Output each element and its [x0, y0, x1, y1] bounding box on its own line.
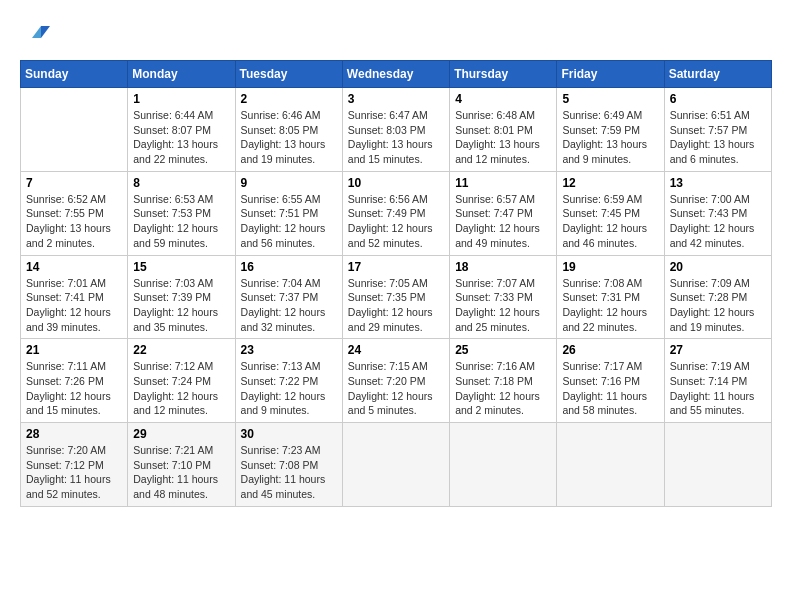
- day-info: Sunrise: 7:19 AMSunset: 7:14 PMDaylight:…: [670, 359, 766, 418]
- calendar-cell: 27Sunrise: 7:19 AMSunset: 7:14 PMDayligh…: [664, 339, 771, 423]
- day-number: 15: [133, 260, 229, 274]
- day-info: Sunrise: 6:44 AMSunset: 8:07 PMDaylight:…: [133, 108, 229, 167]
- day-number: 30: [241, 427, 337, 441]
- day-info: Sunrise: 7:04 AMSunset: 7:37 PMDaylight:…: [241, 276, 337, 335]
- calendar-cell: 19Sunrise: 7:08 AMSunset: 7:31 PMDayligh…: [557, 255, 664, 339]
- day-number: 2: [241, 92, 337, 106]
- calendar-week-row: 1Sunrise: 6:44 AMSunset: 8:07 PMDaylight…: [21, 88, 772, 172]
- day-number: 26: [562, 343, 658, 357]
- calendar-cell: [557, 423, 664, 507]
- day-number: 21: [26, 343, 122, 357]
- day-number: 13: [670, 176, 766, 190]
- calendar-cell: 5Sunrise: 6:49 AMSunset: 7:59 PMDaylight…: [557, 88, 664, 172]
- day-of-week-header: Tuesday: [235, 61, 342, 88]
- day-info: Sunrise: 6:55 AMSunset: 7:51 PMDaylight:…: [241, 192, 337, 251]
- day-info: Sunrise: 7:15 AMSunset: 7:20 PMDaylight:…: [348, 359, 444, 418]
- day-number: 9: [241, 176, 337, 190]
- day-info: Sunrise: 7:17 AMSunset: 7:16 PMDaylight:…: [562, 359, 658, 418]
- day-number: 18: [455, 260, 551, 274]
- day-number: 7: [26, 176, 122, 190]
- day-number: 16: [241, 260, 337, 274]
- svg-marker-0: [41, 26, 50, 38]
- calendar-week-row: 28Sunrise: 7:20 AMSunset: 7:12 PMDayligh…: [21, 423, 772, 507]
- calendar-cell: [450, 423, 557, 507]
- calendar-cell: 14Sunrise: 7:01 AMSunset: 7:41 PMDayligh…: [21, 255, 128, 339]
- day-info: Sunrise: 6:46 AMSunset: 8:05 PMDaylight:…: [241, 108, 337, 167]
- day-number: 3: [348, 92, 444, 106]
- day-info: Sunrise: 7:07 AMSunset: 7:33 PMDaylight:…: [455, 276, 551, 335]
- day-info: Sunrise: 7:12 AMSunset: 7:24 PMDaylight:…: [133, 359, 229, 418]
- day-info: Sunrise: 7:11 AMSunset: 7:26 PMDaylight:…: [26, 359, 122, 418]
- calendar-cell: 13Sunrise: 7:00 AMSunset: 7:43 PMDayligh…: [664, 171, 771, 255]
- calendar-cell: [21, 88, 128, 172]
- day-of-week-header: Monday: [128, 61, 235, 88]
- day-info: Sunrise: 7:16 AMSunset: 7:18 PMDaylight:…: [455, 359, 551, 418]
- calendar-table: SundayMondayTuesdayWednesdayThursdayFrid…: [20, 60, 772, 507]
- day-info: Sunrise: 7:23 AMSunset: 7:08 PMDaylight:…: [241, 443, 337, 502]
- day-info: Sunrise: 7:21 AMSunset: 7:10 PMDaylight:…: [133, 443, 229, 502]
- day-info: Sunrise: 7:09 AMSunset: 7:28 PMDaylight:…: [670, 276, 766, 335]
- calendar-cell: 11Sunrise: 6:57 AMSunset: 7:47 PMDayligh…: [450, 171, 557, 255]
- day-info: Sunrise: 6:47 AMSunset: 8:03 PMDaylight:…: [348, 108, 444, 167]
- calendar-cell: 20Sunrise: 7:09 AMSunset: 7:28 PMDayligh…: [664, 255, 771, 339]
- day-number: 20: [670, 260, 766, 274]
- day-of-week-header: Sunday: [21, 61, 128, 88]
- calendar-week-row: 7Sunrise: 6:52 AMSunset: 7:55 PMDaylight…: [21, 171, 772, 255]
- day-info: Sunrise: 7:08 AMSunset: 7:31 PMDaylight:…: [562, 276, 658, 335]
- calendar-cell: 30Sunrise: 7:23 AMSunset: 7:08 PMDayligh…: [235, 423, 342, 507]
- day-number: 1: [133, 92, 229, 106]
- calendar-cell: 3Sunrise: 6:47 AMSunset: 8:03 PMDaylight…: [342, 88, 449, 172]
- day-number: 5: [562, 92, 658, 106]
- calendar-cell: [664, 423, 771, 507]
- calendar-cell: 23Sunrise: 7:13 AMSunset: 7:22 PMDayligh…: [235, 339, 342, 423]
- day-of-week-header: Thursday: [450, 61, 557, 88]
- calendar-cell: 10Sunrise: 6:56 AMSunset: 7:49 PMDayligh…: [342, 171, 449, 255]
- calendar-week-row: 21Sunrise: 7:11 AMSunset: 7:26 PMDayligh…: [21, 339, 772, 423]
- logo-icon: [20, 20, 50, 50]
- calendar-cell: 17Sunrise: 7:05 AMSunset: 7:35 PMDayligh…: [342, 255, 449, 339]
- day-info: Sunrise: 6:51 AMSunset: 7:57 PMDaylight:…: [670, 108, 766, 167]
- day-number: 24: [348, 343, 444, 357]
- day-info: Sunrise: 6:56 AMSunset: 7:49 PMDaylight:…: [348, 192, 444, 251]
- calendar-cell: 26Sunrise: 7:17 AMSunset: 7:16 PMDayligh…: [557, 339, 664, 423]
- page-header: [20, 20, 772, 50]
- day-info: Sunrise: 6:53 AMSunset: 7:53 PMDaylight:…: [133, 192, 229, 251]
- calendar-week-row: 14Sunrise: 7:01 AMSunset: 7:41 PMDayligh…: [21, 255, 772, 339]
- day-number: 14: [26, 260, 122, 274]
- day-info: Sunrise: 7:01 AMSunset: 7:41 PMDaylight:…: [26, 276, 122, 335]
- calendar-cell: 9Sunrise: 6:55 AMSunset: 7:51 PMDaylight…: [235, 171, 342, 255]
- calendar-cell: 25Sunrise: 7:16 AMSunset: 7:18 PMDayligh…: [450, 339, 557, 423]
- day-number: 19: [562, 260, 658, 274]
- day-of-week-header: Wednesday: [342, 61, 449, 88]
- day-of-week-header: Saturday: [664, 61, 771, 88]
- day-number: 22: [133, 343, 229, 357]
- day-number: 23: [241, 343, 337, 357]
- calendar-cell: 12Sunrise: 6:59 AMSunset: 7:45 PMDayligh…: [557, 171, 664, 255]
- day-info: Sunrise: 6:57 AMSunset: 7:47 PMDaylight:…: [455, 192, 551, 251]
- calendar-cell: 29Sunrise: 7:21 AMSunset: 7:10 PMDayligh…: [128, 423, 235, 507]
- day-info: Sunrise: 7:13 AMSunset: 7:22 PMDaylight:…: [241, 359, 337, 418]
- day-of-week-header: Friday: [557, 61, 664, 88]
- calendar-cell: [342, 423, 449, 507]
- day-number: 11: [455, 176, 551, 190]
- calendar-cell: 4Sunrise: 6:48 AMSunset: 8:01 PMDaylight…: [450, 88, 557, 172]
- day-number: 6: [670, 92, 766, 106]
- logo: [20, 20, 54, 50]
- day-number: 29: [133, 427, 229, 441]
- calendar-cell: 22Sunrise: 7:12 AMSunset: 7:24 PMDayligh…: [128, 339, 235, 423]
- day-info: Sunrise: 6:52 AMSunset: 7:55 PMDaylight:…: [26, 192, 122, 251]
- day-number: 28: [26, 427, 122, 441]
- calendar-cell: 1Sunrise: 6:44 AMSunset: 8:07 PMDaylight…: [128, 88, 235, 172]
- calendar-cell: 6Sunrise: 6:51 AMSunset: 7:57 PMDaylight…: [664, 88, 771, 172]
- day-info: Sunrise: 6:59 AMSunset: 7:45 PMDaylight:…: [562, 192, 658, 251]
- calendar-cell: 21Sunrise: 7:11 AMSunset: 7:26 PMDayligh…: [21, 339, 128, 423]
- calendar-cell: 24Sunrise: 7:15 AMSunset: 7:20 PMDayligh…: [342, 339, 449, 423]
- day-number: 27: [670, 343, 766, 357]
- day-info: Sunrise: 6:49 AMSunset: 7:59 PMDaylight:…: [562, 108, 658, 167]
- calendar-cell: 16Sunrise: 7:04 AMSunset: 7:37 PMDayligh…: [235, 255, 342, 339]
- day-info: Sunrise: 7:05 AMSunset: 7:35 PMDaylight:…: [348, 276, 444, 335]
- day-number: 8: [133, 176, 229, 190]
- day-number: 10: [348, 176, 444, 190]
- day-info: Sunrise: 7:03 AMSunset: 7:39 PMDaylight:…: [133, 276, 229, 335]
- calendar-cell: 8Sunrise: 6:53 AMSunset: 7:53 PMDaylight…: [128, 171, 235, 255]
